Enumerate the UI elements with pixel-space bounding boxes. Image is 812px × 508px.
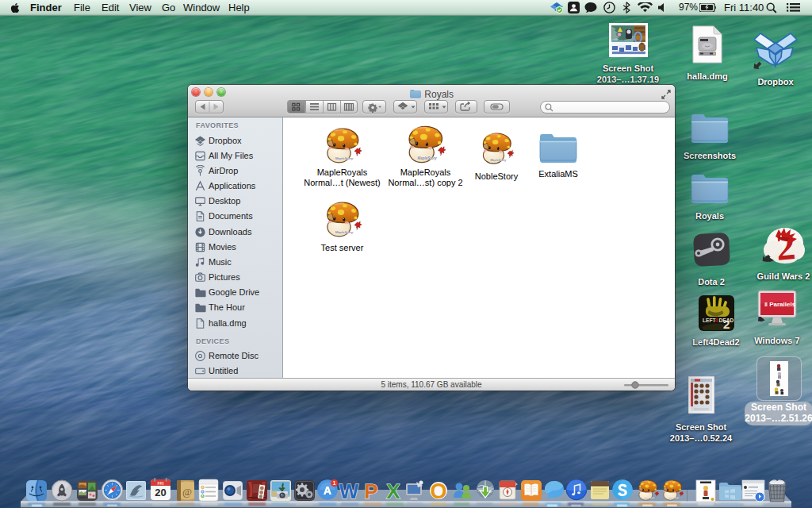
svg-text:LEFT: LEFT	[703, 318, 715, 323]
svg-text:W: W	[339, 479, 359, 503]
svg-text:4: 4	[714, 318, 718, 323]
svg-text:O: O	[430, 479, 446, 503]
svg-text:@: @	[182, 486, 192, 498]
svg-text:FRI: FRI	[157, 481, 163, 486]
svg-text:P: P	[364, 479, 377, 503]
svg-text:1: 1	[333, 480, 336, 486]
svg-text:20: 20	[155, 487, 166, 498]
svg-text:X: X	[386, 479, 400, 503]
svg-text:2: 2	[723, 318, 730, 331]
svg-text:‖ Parallels: ‖ Parallels	[764, 301, 796, 308]
